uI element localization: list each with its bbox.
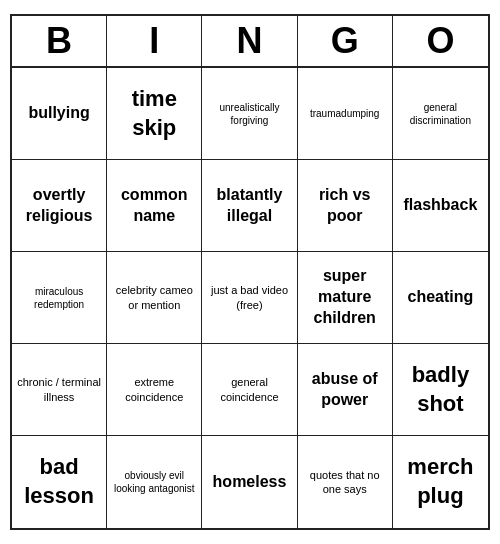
header-letter: N — [202, 16, 297, 66]
bingo-cell: unrealistically forgiving — [202, 68, 297, 160]
bingo-cell: chronic / terminal illness — [12, 344, 107, 436]
bingo-cell: extreme coincidence — [107, 344, 202, 436]
bingo-cell: super mature children — [298, 252, 393, 344]
header-letter: G — [298, 16, 393, 66]
bingo-cell: traumadumping — [298, 68, 393, 160]
bingo-cell: overtly religious — [12, 160, 107, 252]
bingo-cell: cheating — [393, 252, 488, 344]
bingo-cell: general discrimination — [393, 68, 488, 160]
header-letter: O — [393, 16, 488, 66]
bingo-cell: bullying — [12, 68, 107, 160]
bingo-cell: miraculous redemption — [12, 252, 107, 344]
bingo-cell: rich vs poor — [298, 160, 393, 252]
bingo-cell: merch plug — [393, 436, 488, 528]
bingo-card: BINGO bullyingtime skipunrealistically f… — [10, 14, 490, 530]
bingo-cell: flashback — [393, 160, 488, 252]
bingo-header: BINGO — [12, 16, 488, 68]
bingo-grid: bullyingtime skipunrealistically forgivi… — [12, 68, 488, 528]
bingo-cell: obviously evil looking antagonist — [107, 436, 202, 528]
bingo-cell: common name — [107, 160, 202, 252]
bingo-cell: general coincidence — [202, 344, 297, 436]
header-letter: B — [12, 16, 107, 66]
bingo-cell: abuse of power — [298, 344, 393, 436]
bingo-cell: celebrity cameo or mention — [107, 252, 202, 344]
bingo-cell: blatantly illegal — [202, 160, 297, 252]
bingo-cell: badly shot — [393, 344, 488, 436]
bingo-cell: quotes that no one says — [298, 436, 393, 528]
bingo-cell: bad lesson — [12, 436, 107, 528]
bingo-cell: homeless — [202, 436, 297, 528]
header-letter: I — [107, 16, 202, 66]
bingo-cell: just a bad video (free) — [202, 252, 297, 344]
bingo-cell: time skip — [107, 68, 202, 160]
